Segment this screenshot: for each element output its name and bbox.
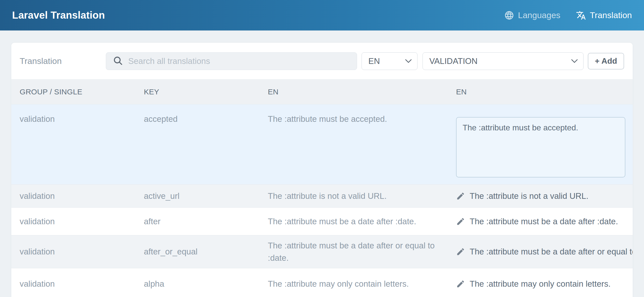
group-cell: validation bbox=[20, 113, 144, 125]
group-cell: validation bbox=[20, 278, 144, 290]
search-input[interactable] bbox=[128, 54, 345, 69]
translation-cell: The :attribute is not a valid URL. bbox=[456, 190, 633, 202]
key-cell: after_or_equal bbox=[144, 245, 268, 258]
search-box bbox=[106, 52, 357, 70]
group-cell: validation bbox=[20, 190, 144, 202]
translation-edit-cell: The :attribute must be accepted. bbox=[456, 113, 633, 177]
toolbar: Translation EN bbox=[11, 43, 633, 79]
group-cell: validation bbox=[20, 215, 144, 228]
source-text-cell: The :attribute must be a date after or e… bbox=[268, 239, 456, 264]
translation-cell: The :attribute must be a date after :dat… bbox=[456, 215, 633, 228]
translation-text: The :attribute must be a date after :dat… bbox=[470, 215, 618, 228]
column-header-target-lang: EN bbox=[456, 88, 633, 96]
column-header-key: KEY bbox=[144, 88, 268, 96]
key-cell: accepted bbox=[144, 113, 268, 125]
translation-cell: The :attribute may only contain letters. bbox=[456, 278, 633, 290]
edit-icon[interactable] bbox=[456, 279, 465, 288]
navbar-links: Languages Translation bbox=[504, 10, 632, 20]
translation-text: The :attribute may only contain letters. bbox=[470, 278, 610, 290]
group-select-wrap: VALIDATION bbox=[423, 52, 584, 70]
key-cell: alpha bbox=[144, 278, 268, 290]
nav-link-languages-label: Languages bbox=[518, 10, 560, 20]
translation-cell: The :attribute must be a date after or e… bbox=[456, 245, 633, 258]
add-button[interactable]: + Add bbox=[588, 53, 624, 69]
page-title: Translation bbox=[20, 56, 106, 66]
table-row[interactable]: validation after The :attribute must be … bbox=[11, 208, 633, 235]
nav-link-languages[interactable]: Languages bbox=[504, 10, 560, 20]
search-icon bbox=[113, 55, 123, 67]
column-header-source-lang: EN bbox=[268, 88, 456, 96]
table-header-row: GROUP / SINGLE KEY EN EN bbox=[11, 79, 633, 104]
translation-textarea[interactable]: The :attribute must be accepted. bbox=[456, 117, 625, 177]
source-text-cell: The :attribute must be accepted. bbox=[268, 113, 456, 125]
nav-link-translation-label: Translation bbox=[590, 10, 632, 20]
edit-icon[interactable] bbox=[456, 217, 465, 226]
group-select[interactable]: VALIDATION bbox=[423, 53, 583, 70]
navbar: Laravel Translation Languages Translatio… bbox=[0, 0, 644, 31]
table-row[interactable]: validation after_or_equal The :attribute… bbox=[11, 235, 633, 268]
key-cell: after bbox=[144, 215, 268, 228]
edit-icon[interactable] bbox=[456, 247, 465, 256]
source-text-cell: The :attribute is not a valid URL. bbox=[268, 190, 456, 202]
language-select-wrap: EN bbox=[362, 52, 417, 70]
translate-icon bbox=[576, 10, 586, 20]
app-title: Laravel Translation bbox=[12, 10, 105, 21]
nav-link-translation[interactable]: Translation bbox=[576, 10, 632, 20]
language-select[interactable]: EN bbox=[362, 53, 417, 70]
source-text-cell: The :attribute must be a date after :dat… bbox=[268, 215, 456, 228]
source-text-cell: The :attribute may only contain letters. bbox=[268, 278, 456, 290]
translation-card: Translation EN bbox=[11, 43, 633, 297]
table-row[interactable]: validation alpha The :attribute may only… bbox=[11, 268, 633, 297]
table-row[interactable]: validation active_url The :attribute is … bbox=[11, 184, 633, 208]
globe-icon bbox=[504, 10, 514, 20]
group-cell: validation bbox=[20, 245, 144, 258]
translation-text: The :attribute must be a date after or e… bbox=[470, 245, 633, 258]
key-cell: active_url bbox=[144, 190, 268, 202]
edit-icon[interactable] bbox=[456, 192, 465, 201]
column-header-group: GROUP / SINGLE bbox=[20, 88, 144, 96]
table-row[interactable]: validation accepted The :attribute must … bbox=[11, 104, 633, 184]
translation-text: The :attribute is not a valid URL. bbox=[470, 190, 588, 202]
page-body: Translation EN bbox=[0, 31, 644, 297]
